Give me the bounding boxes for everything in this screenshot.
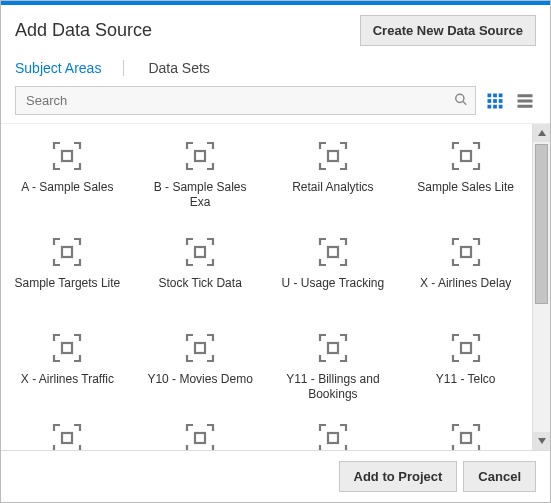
svg-rect-4 <box>499 93 503 97</box>
svg-rect-19 <box>195 247 205 257</box>
data-source-item[interactable]: Stock Tick Data <box>136 226 265 318</box>
tab-data-sets[interactable]: Data Sets <box>148 60 231 76</box>
svg-rect-15 <box>195 151 205 161</box>
svg-rect-24 <box>328 343 338 353</box>
svg-rect-14 <box>62 151 72 161</box>
svg-rect-8 <box>488 104 492 108</box>
data-source-label: Y11 - Billings and Bookings <box>278 372 388 402</box>
svg-point-0 <box>456 94 464 102</box>
svg-marker-30 <box>538 130 546 136</box>
scroll-thumb[interactable] <box>535 144 548 304</box>
subject-area-icon <box>184 236 216 268</box>
data-source-item[interactable]: Retail Analytics <box>269 130 398 222</box>
svg-rect-17 <box>461 151 471 161</box>
data-source-label: Sample Targets Lite <box>14 276 120 291</box>
subject-area-icon <box>184 422 216 450</box>
data-source-item[interactable]: Z02 - Sales <box>269 418 398 450</box>
tabs: Subject Areas Data Sets <box>1 52 550 86</box>
svg-rect-29 <box>461 433 471 443</box>
svg-rect-11 <box>518 94 533 97</box>
data-source-item[interactable]: Z01 - Bug Database <box>136 418 265 450</box>
svg-rect-9 <box>493 104 497 108</box>
svg-rect-16 <box>328 151 338 161</box>
dialog-add-data-source: Add Data Source Create New Data Source S… <box>0 0 551 503</box>
data-source-item[interactable]: Y11 - Billings and Bookings <box>269 322 398 414</box>
data-source-label: U - Usage Tracking <box>282 276 385 291</box>
data-source-item[interactable]: Y10 - Movies Demo <box>136 322 265 414</box>
svg-rect-7 <box>499 99 503 103</box>
scroll-up-button[interactable] <box>533 124 550 142</box>
data-source-item[interactable]: Sample Sales Lite <box>401 130 530 222</box>
subject-area-icon <box>51 422 83 450</box>
search-input[interactable] <box>15 86 476 115</box>
svg-rect-28 <box>328 433 338 443</box>
content: A - Sample SalesB - Sample Sales ExaReta… <box>1 123 550 450</box>
subject-area-icon <box>450 332 482 364</box>
svg-rect-6 <box>493 99 497 103</box>
data-source-grid: A - Sample SalesB - Sample Sales ExaReta… <box>3 130 530 450</box>
footer: Add to Project Cancel <box>1 450 550 502</box>
data-source-label: Y11 - Telco <box>436 372 496 387</box>
data-source-item[interactable]: A - Sample Sales <box>3 130 132 222</box>
data-source-label: Sample Sales Lite <box>417 180 514 195</box>
data-source-label: Retail Analytics <box>292 180 373 195</box>
data-source-label: Stock Tick Data <box>158 276 241 291</box>
svg-rect-20 <box>328 247 338 257</box>
grid-view-button[interactable] <box>484 90 506 112</box>
subject-area-icon <box>51 236 83 268</box>
list-view-button[interactable] <box>514 90 536 112</box>
subject-area-icon <box>51 332 83 364</box>
svg-rect-10 <box>499 104 503 108</box>
svg-rect-5 <box>488 99 492 103</box>
data-source-item[interactable]: X - Airlines Traffic <box>3 322 132 414</box>
data-source-label: B - Sample Sales Exa <box>145 180 255 210</box>
subject-area-icon <box>450 236 482 268</box>
dialog-title: Add Data Source <box>15 20 152 41</box>
grid-area: A - Sample SalesB - Sample Sales ExaReta… <box>1 124 532 450</box>
svg-rect-21 <box>461 247 471 257</box>
subject-area-icon <box>450 140 482 172</box>
subject-area-icon <box>317 236 349 268</box>
svg-rect-13 <box>518 104 533 107</box>
create-new-data-source-button[interactable]: Create New Data Source <box>360 15 536 46</box>
svg-rect-27 <box>195 433 205 443</box>
scroll-down-button[interactable] <box>533 432 550 450</box>
header: Add Data Source Create New Data Source <box>1 5 550 52</box>
svg-rect-12 <box>518 99 533 102</box>
data-source-label: X - Airlines Delay <box>420 276 511 291</box>
subject-area-icon <box>317 332 349 364</box>
svg-rect-3 <box>493 93 497 97</box>
data-source-label: A - Sample Sales <box>21 180 113 195</box>
svg-rect-25 <box>461 343 471 353</box>
data-source-item[interactable]: X - Airlines Delay <box>401 226 530 318</box>
svg-rect-23 <box>195 343 205 353</box>
tab-subject-areas[interactable]: Subject Areas <box>15 60 124 76</box>
data-source-item[interactable]: Y11 - Weather <box>3 418 132 450</box>
svg-marker-31 <box>538 438 546 444</box>
subject-area-icon <box>184 140 216 172</box>
add-to-project-button[interactable]: Add to Project <box>339 461 458 492</box>
data-source-label: X - Airlines Traffic <box>21 372 114 387</box>
subject-area-icon <box>450 422 482 450</box>
svg-rect-2 <box>488 93 492 97</box>
svg-rect-22 <box>62 343 72 353</box>
data-source-item[interactable]: Y11 - Telco <box>401 322 530 414</box>
subject-area-icon <box>317 422 349 450</box>
scrollbar[interactable] <box>532 124 550 450</box>
cancel-button[interactable]: Cancel <box>463 461 536 492</box>
search-wrap <box>15 86 476 115</box>
search-row <box>1 86 550 123</box>
data-source-item[interactable]: Sample Targets Lite <box>3 226 132 318</box>
svg-line-1 <box>463 101 466 104</box>
subject-area-icon <box>51 140 83 172</box>
svg-rect-18 <box>62 247 72 257</box>
svg-rect-26 <box>62 433 72 443</box>
data-source-item[interactable]: U - Usage Tracking <box>269 226 398 318</box>
data-source-item[interactable]: Z03 - CRM <box>401 418 530 450</box>
data-source-label: Y10 - Movies Demo <box>147 372 252 387</box>
data-source-item[interactable]: B - Sample Sales Exa <box>136 130 265 222</box>
search-icon[interactable] <box>454 92 468 109</box>
subject-area-icon <box>317 140 349 172</box>
subject-area-icon <box>184 332 216 364</box>
